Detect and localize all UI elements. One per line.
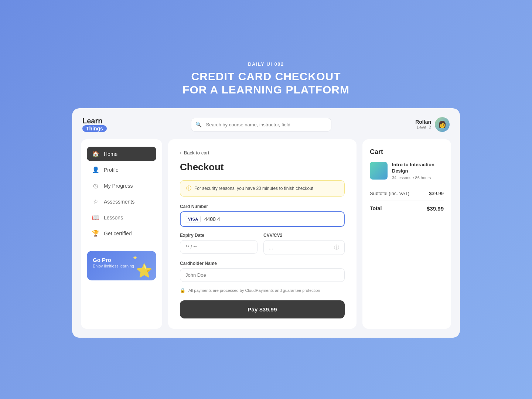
cart-item-title: Intro to Interaction Design (392, 162, 444, 174)
cart-divider (370, 186, 444, 186)
info-icon: ⓘ (186, 185, 191, 192)
go-pro-title: Go Pro (93, 257, 150, 263)
cart-item-thumbnail (370, 162, 388, 180)
logo: Learn Things (82, 117, 107, 132)
expiry-cvv-row: Expiry Date CVV/CV2 ⓘ (180, 233, 345, 261)
card-number-group: Card Number VISA (180, 204, 345, 227)
sidebar-item-label: Assessments (104, 199, 134, 205)
cardholder-label: Cardholder Name (180, 261, 345, 266)
cvv-group: CVV/CV2 ⓘ (263, 233, 345, 255)
sidebar-item-lessons[interactable]: 📖 Lessons (87, 210, 156, 225)
cvv-label: CVV/CV2 (263, 233, 345, 238)
sidebar: 🏠 Home 👤 Profile ◷ My Progress ☆ Assessm… (81, 139, 162, 329)
card-number-input-wrap[interactable]: VISA (180, 211, 345, 227)
visa-logo: VISA (186, 216, 201, 222)
logo-things: Things (82, 125, 107, 132)
expiry-group: Expiry Date (180, 233, 258, 255)
profile-icon: 👤 (92, 166, 99, 173)
pay-button[interactable]: Pay $39.99 (180, 300, 345, 318)
total-value: $39.99 (427, 205, 444, 212)
payment-security-note: 🔒 All payments are processed by CloudPay… (180, 288, 345, 293)
main-content: 🏠 Home 👤 Profile ◷ My Progress ☆ Assessm… (81, 139, 451, 329)
search-icon: 🔍 (195, 122, 202, 127)
checkout-title: Checkout (180, 161, 345, 173)
total-label: Total (370, 205, 382, 211)
expiry-label: Expiry Date (180, 233, 258, 238)
sparkle-icon: ✦ (132, 254, 138, 262)
expiry-input[interactable] (180, 240, 258, 254)
cart-title: Cart (370, 148, 444, 156)
cardholder-group: Cardholder Name (180, 261, 345, 282)
sidebar-item-label: Home (104, 151, 117, 157)
cart-item: Intro to Interaction Design 34 lessons •… (370, 162, 444, 180)
cart-item-info: Intro to Interaction Design 34 lessons •… (392, 162, 444, 180)
cart-panel: Cart Intro to Interaction Design 34 less… (362, 139, 451, 329)
user-info: Rollan Level 2 (415, 119, 431, 130)
cart-item-meta: 34 lessons • 86 hours (392, 175, 444, 180)
search-input[interactable] (191, 118, 331, 132)
user-name: Rollan (415, 119, 431, 125)
sidebar-item-label: Get certified (104, 231, 132, 236)
cart-total-row: Total $39.99 (370, 205, 444, 212)
subtotal-label: Subtotal (inc. VAT) (370, 191, 409, 196)
cvv-info-icon[interactable]: ⓘ (334, 244, 339, 251)
cart-subtotal-row: Subtotal (inc. VAT) $39.99 (370, 191, 444, 196)
sidebar-item-assessments[interactable]: ☆ Assessments (87, 194, 156, 209)
cvv-input-wrap[interactable]: ⓘ (263, 240, 345, 255)
sidebar-item-profile[interactable]: 👤 Profile (87, 163, 156, 177)
card-number-label: Card Number (180, 204, 345, 209)
star-icon: ⭐ (136, 263, 153, 279)
assessments-icon: ☆ (92, 198, 99, 205)
back-to-cart-link[interactable]: ‹ Back to cart (180, 150, 345, 156)
avatar: 👩 (435, 117, 450, 132)
user-level: Level 2 (415, 125, 431, 130)
certified-icon: 🏆 (92, 230, 99, 237)
cvv-input[interactable] (269, 245, 331, 250)
cardholder-input[interactable] (180, 268, 345, 282)
sidebar-item-home[interactable]: 🏠 Home (87, 147, 156, 161)
page-title: CREDIT CARD CHECKOUT FOR A LEARNING PLAT… (183, 70, 349, 96)
sidebar-item-label: My Progress (104, 183, 133, 189)
logo-learn: Learn (82, 117, 107, 125)
go-pro-card[interactable]: Go Pro Enjoy limitless learning ✦ ⭐ (87, 251, 156, 280)
top-bar: Learn Things 🔍 Rollan Level 2 👩 (81, 117, 451, 132)
checkout-panel: ‹ Back to cart Checkout ⓘ For security r… (168, 139, 357, 329)
home-icon: 🏠 (92, 150, 99, 157)
page-subtitle: DAILY UI 002 (183, 61, 349, 67)
sidebar-item-label: Lessons (104, 215, 123, 221)
sidebar-item-label: Profile (104, 167, 119, 173)
subtotal-value: $39.99 (429, 191, 444, 196)
back-arrow-icon: ‹ (180, 150, 182, 156)
app-container: Learn Things 🔍 Rollan Level 2 👩 🏠 Home 👤 (72, 108, 460, 338)
sidebar-item-my-progress[interactable]: ◷ My Progress (87, 178, 156, 193)
progress-icon: ◷ (92, 182, 99, 189)
lock-icon: 🔒 (180, 288, 185, 293)
sidebar-item-get-certified[interactable]: 🏆 Get certified (87, 226, 156, 241)
user-area: Rollan Level 2 👩 (415, 117, 450, 132)
security-notice: ⓘ For security reasons, you have 20 minu… (180, 180, 345, 197)
search-bar[interactable]: 🔍 (191, 118, 331, 132)
card-number-input[interactable] (204, 216, 339, 222)
page-header: DAILY UI 002 CREDIT CARD CHECKOUT FOR A … (183, 61, 349, 96)
cart-divider-2 (370, 201, 444, 201)
lessons-icon: 📖 (92, 214, 99, 221)
